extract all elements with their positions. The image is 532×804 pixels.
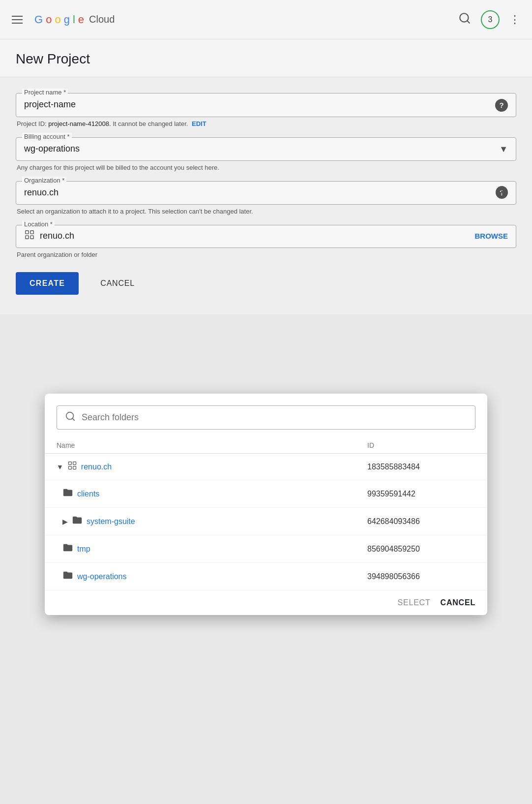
header-actions: 3 ⋮ (458, 10, 520, 29)
project-name-container: Project name * ? (16, 93, 516, 117)
folder-link[interactable]: clients (77, 490, 99, 498)
col-name-header: Name (57, 441, 367, 449)
svg-rect-4 (26, 236, 29, 239)
google-cloud-logo: Google Cloud (34, 13, 115, 26)
row-name-cell: ▼ renuo.ch (57, 461, 367, 473)
row-id-cell: 394898056366 (367, 572, 475, 581)
row-name-cell: wg-operations (62, 570, 367, 583)
search-icon (65, 411, 76, 424)
svg-rect-5 (30, 236, 33, 239)
organization-label: Organization * (22, 177, 66, 184)
svg-line-7 (72, 418, 74, 420)
chevron-right-icon: ▶ (62, 518, 68, 526)
row-name-cell: tmp (62, 542, 367, 556)
search-box (57, 405, 475, 430)
cancel-button[interactable]: CANCEL (90, 272, 145, 295)
svg-rect-11 (73, 466, 76, 469)
notification-badge[interactable]: 3 (481, 10, 500, 29)
table-row[interactable]: ▼ renuo.ch 183585883484 (45, 454, 487, 480)
more-options-icon[interactable]: ⋮ (509, 13, 520, 26)
dialog-footer: SELECT CANCEL (45, 590, 487, 615)
search-icon[interactable] (458, 12, 471, 28)
row-id-cell: 642684093486 (367, 517, 475, 526)
row-name-cell: clients (62, 487, 367, 500)
browse-link[interactable]: BROWSE (475, 232, 508, 240)
page-title: New Project (16, 51, 516, 67)
billing-account-field: Billing account * wg-operations ▼ Any ch… (16, 137, 516, 171)
organization-container: Organization * renuo.ch ▼ ? (16, 181, 516, 205)
col-id-header: ID (367, 441, 475, 449)
location-field: Location * renuo.ch BROWSE Parent organi… (16, 225, 516, 258)
select-button[interactable]: SELECT (397, 598, 430, 607)
row-id-cell: 856904859250 (367, 545, 475, 554)
header: Google Cloud 3 ⋮ (0, 0, 532, 39)
location-hint: Parent organization or folder (16, 251, 516, 258)
svg-rect-9 (73, 462, 76, 465)
org-link[interactable]: renuo.ch (81, 463, 112, 471)
folder-icon (62, 487, 73, 500)
row-id-cell: 183585883484 (367, 463, 475, 471)
project-name-field: Project name * ? Project ID: project-nam… (16, 93, 516, 127)
organization-help-icon[interactable]: ? (496, 186, 508, 199)
folder-link[interactable]: tmp (77, 545, 90, 554)
chevron-down-icon: ▼ (57, 463, 63, 471)
organization-field: Organization * renuo.ch ▼ ? Select an or… (16, 181, 516, 215)
svg-rect-10 (68, 466, 71, 469)
svg-rect-2 (26, 231, 29, 234)
folder-browser-dialog: Name ID ▼ renuo.ch 183585883484 clients (45, 394, 487, 615)
billing-hint: Any charges for this project will be bil… (16, 164, 516, 171)
edit-project-id-link[interactable]: EDIT (192, 120, 207, 127)
project-name-help-icon[interactable]: ? (495, 99, 508, 112)
dialog-search-section (45, 405, 487, 437)
svg-line-1 (467, 21, 470, 23)
organization-select[interactable]: renuo.ch (24, 186, 491, 199)
page-title-section: New Project (0, 39, 532, 77)
table-row[interactable]: clients 99359591442 (45, 480, 487, 508)
table-row[interactable]: tmp 856904859250 (45, 535, 487, 563)
folder-icon (62, 570, 73, 583)
location-container: Location * renuo.ch BROWSE (16, 225, 516, 248)
location-label: Location * (22, 220, 55, 228)
project-id-hint: Project ID: project-name-412008. It cann… (16, 120, 516, 127)
org-grid-icon (67, 461, 77, 473)
menu-button[interactable] (12, 16, 23, 24)
folder-icon (62, 542, 73, 556)
table-row[interactable]: ▶ system-gsuite 642684093486 (45, 508, 487, 535)
folder-link[interactable]: system-gsuite (87, 517, 135, 526)
project-name-input[interactable] (24, 97, 508, 112)
main-content: Project name * ? Project ID: project-nam… (0, 77, 532, 314)
billing-account-container: Billing account * wg-operations ▼ (16, 137, 516, 161)
org-hint: Select an organization to attach it to a… (16, 208, 516, 215)
svg-rect-8 (68, 462, 71, 465)
table-row[interactable]: wg-operations 394898056366 (45, 563, 487, 590)
location-grid-icon (24, 229, 35, 243)
billing-account-label: Billing account * (22, 133, 72, 140)
location-value: renuo.ch (40, 231, 475, 241)
table-header: Name ID (45, 437, 487, 454)
row-name-cell: ▶ system-gsuite (62, 515, 367, 528)
folder-icon (72, 515, 83, 528)
folder-link[interactable]: wg-operations (77, 572, 127, 581)
svg-rect-3 (30, 231, 33, 234)
project-name-label: Project name * (22, 89, 68, 96)
folder-search-input[interactable] (82, 412, 467, 423)
dialog-cancel-button[interactable]: CANCEL (441, 598, 475, 607)
create-button[interactable]: CREATE (16, 272, 79, 295)
row-id-cell: 99359591442 (367, 490, 475, 498)
billing-account-select[interactable]: wg-operations (24, 142, 508, 155)
form-actions: CREATE CANCEL (16, 272, 516, 295)
